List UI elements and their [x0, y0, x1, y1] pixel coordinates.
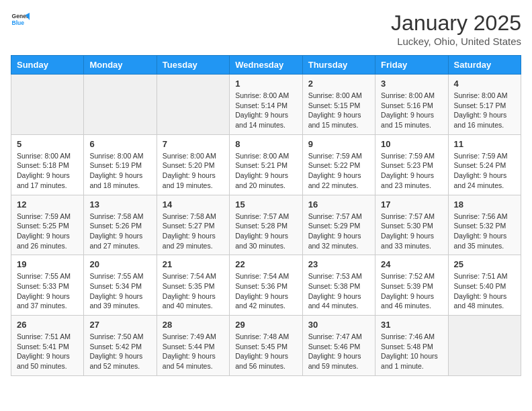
day-number: 11: [454, 139, 515, 149]
month-title: January 2025: [391, 11, 521, 36]
header-day-tuesday: Tuesday: [157, 56, 229, 75]
calendar-cell: 27Sunrise: 7:50 AMSunset: 5:42 PMDayligh…: [84, 316, 157, 376]
page-header: General Blue January 2025 Luckey, Ohio, …: [11, 11, 521, 47]
day-info: Sunrise: 7:46 AMSunset: 5:48 PMDaylight:…: [381, 332, 442, 371]
calendar-cell: 11Sunrise: 7:59 AMSunset: 5:24 PMDayligh…: [448, 134, 521, 195]
day-number: 15: [235, 199, 296, 210]
calendar-cell: 21Sunrise: 7:54 AMSunset: 5:35 PMDayligh…: [157, 255, 229, 316]
calendar-cell: 24Sunrise: 7:52 AMSunset: 5:39 PMDayligh…: [375, 255, 448, 316]
calendar-cell: [448, 316, 521, 376]
day-number: 16: [308, 199, 369, 210]
day-info: Sunrise: 7:57 AMSunset: 5:28 PMDaylight:…: [235, 212, 296, 251]
calendar-cell: 17Sunrise: 7:57 AMSunset: 5:30 PMDayligh…: [375, 195, 448, 255]
week-row-1: 1Sunrise: 8:00 AMSunset: 5:14 PMDaylight…: [11, 75, 521, 135]
day-number: 26: [17, 320, 78, 330]
day-info: Sunrise: 7:59 AMSunset: 5:25 PMDaylight:…: [17, 212, 78, 251]
calendar-cell: [157, 75, 229, 135]
header-row: SundayMondayTuesdayWednesdayThursdayFrid…: [11, 56, 521, 75]
calendar-cell: 31Sunrise: 7:46 AMSunset: 5:48 PMDayligh…: [375, 316, 448, 376]
calendar-cell: 6Sunrise: 8:00 AMSunset: 5:19 PMDaylight…: [84, 134, 157, 195]
calendar-cell: 28Sunrise: 7:49 AMSunset: 5:44 PMDayligh…: [157, 316, 229, 376]
day-number: 13: [89, 199, 150, 210]
day-info: Sunrise: 7:47 AMSunset: 5:46 PMDaylight:…: [308, 332, 369, 371]
day-number: 18: [454, 199, 515, 210]
calendar-cell: 2Sunrise: 8:00 AMSunset: 5:15 PMDaylight…: [302, 75, 375, 135]
calendar-cell: 7Sunrise: 8:00 AMSunset: 5:20 PMDaylight…: [157, 134, 229, 195]
calendar-cell: 4Sunrise: 8:00 AMSunset: 5:17 PMDaylight…: [448, 75, 521, 135]
day-info: Sunrise: 8:00 AMSunset: 5:21 PMDaylight:…: [235, 151, 296, 191]
day-info: Sunrise: 7:51 AMSunset: 5:40 PMDaylight:…: [454, 271, 515, 311]
day-info: Sunrise: 7:54 AMSunset: 5:36 PMDaylight:…: [235, 271, 296, 311]
day-number: 9: [308, 139, 369, 149]
day-info: Sunrise: 8:00 AMSunset: 5:20 PMDaylight:…: [163, 151, 224, 191]
day-number: 28: [163, 320, 224, 330]
day-number: 31: [381, 320, 442, 330]
day-number: 8: [235, 139, 296, 149]
day-number: 24: [381, 259, 442, 269]
day-info: Sunrise: 7:53 AMSunset: 5:38 PMDaylight:…: [308, 271, 369, 311]
day-info: Sunrise: 7:49 AMSunset: 5:44 PMDaylight:…: [163, 332, 224, 371]
calendar-cell: 5Sunrise: 8:00 AMSunset: 5:18 PMDaylight…: [11, 134, 84, 195]
calendar-cell: 15Sunrise: 7:57 AMSunset: 5:28 PMDayligh…: [230, 195, 302, 255]
day-number: 29: [235, 320, 296, 330]
day-info: Sunrise: 7:58 AMSunset: 5:27 PMDaylight:…: [163, 212, 224, 251]
day-number: 2: [308, 79, 369, 89]
calendar-cell: 18Sunrise: 7:56 AMSunset: 5:32 PMDayligh…: [448, 195, 521, 255]
day-number: 30: [308, 320, 369, 330]
day-number: 20: [89, 259, 150, 269]
day-number: 5: [17, 139, 78, 149]
svg-text:Blue: Blue: [12, 19, 25, 26]
day-info: Sunrise: 8:00 AMSunset: 5:19 PMDaylight:…: [89, 151, 150, 191]
day-info: Sunrise: 7:58 AMSunset: 5:26 PMDaylight:…: [89, 212, 150, 251]
day-number: 14: [163, 199, 224, 210]
day-number: 22: [235, 259, 296, 269]
day-number: 19: [17, 259, 78, 269]
calendar-cell: 29Sunrise: 7:48 AMSunset: 5:45 PMDayligh…: [230, 316, 302, 376]
day-info: Sunrise: 8:00 AMSunset: 5:16 PMDaylight:…: [381, 91, 442, 130]
day-info: Sunrise: 7:51 AMSunset: 5:41 PMDaylight:…: [17, 332, 78, 371]
week-row-3: 12Sunrise: 7:59 AMSunset: 5:25 PMDayligh…: [11, 195, 521, 255]
header-day-saturday: Saturday: [448, 56, 521, 75]
day-info: Sunrise: 8:00 AMSunset: 5:14 PMDaylight:…: [235, 91, 296, 130]
day-number: 4: [454, 79, 515, 89]
calendar-cell: 13Sunrise: 7:58 AMSunset: 5:26 PMDayligh…: [84, 195, 157, 255]
calendar-cell: 1Sunrise: 8:00 AMSunset: 5:14 PMDaylight…: [230, 75, 302, 135]
day-number: 27: [89, 320, 150, 330]
header-day-sunday: Sunday: [11, 56, 84, 75]
calendar-cell: 26Sunrise: 7:51 AMSunset: 5:41 PMDayligh…: [11, 316, 84, 376]
day-info: Sunrise: 8:00 AMSunset: 5:18 PMDaylight:…: [17, 151, 78, 191]
calendar-cell: 9Sunrise: 7:59 AMSunset: 5:22 PMDaylight…: [302, 134, 375, 195]
day-number: 25: [454, 259, 515, 269]
week-row-2: 5Sunrise: 8:00 AMSunset: 5:18 PMDaylight…: [11, 134, 521, 195]
calendar-cell: 19Sunrise: 7:55 AMSunset: 5:33 PMDayligh…: [11, 255, 84, 316]
calendar-cell: 16Sunrise: 7:57 AMSunset: 5:29 PMDayligh…: [302, 195, 375, 255]
calendar-cell: [11, 75, 84, 135]
day-info: Sunrise: 7:59 AMSunset: 5:22 PMDaylight:…: [308, 151, 369, 191]
calendar-cell: [84, 75, 157, 135]
day-info: Sunrise: 7:59 AMSunset: 5:23 PMDaylight:…: [381, 151, 442, 191]
day-info: Sunrise: 7:52 AMSunset: 5:39 PMDaylight:…: [381, 271, 442, 311]
logo: General Blue: [11, 11, 30, 30]
header-day-friday: Friday: [375, 56, 448, 75]
day-info: Sunrise: 7:57 AMSunset: 5:29 PMDaylight:…: [308, 212, 369, 251]
calendar-cell: 3Sunrise: 8:00 AMSunset: 5:16 PMDaylight…: [375, 75, 448, 135]
calendar-table: SundayMondayTuesdayWednesdayThursdayFrid…: [11, 55, 521, 376]
day-number: 17: [381, 199, 442, 210]
calendar-body: 1Sunrise: 8:00 AMSunset: 5:14 PMDaylight…: [11, 75, 521, 376]
day-info: Sunrise: 7:56 AMSunset: 5:32 PMDaylight:…: [454, 212, 515, 251]
calendar-cell: 23Sunrise: 7:53 AMSunset: 5:38 PMDayligh…: [302, 255, 375, 316]
calendar-header: SundayMondayTuesdayWednesdayThursdayFrid…: [11, 56, 521, 75]
header-day-monday: Monday: [84, 56, 157, 75]
calendar-cell: 20Sunrise: 7:55 AMSunset: 5:34 PMDayligh…: [84, 255, 157, 316]
week-row-4: 19Sunrise: 7:55 AMSunset: 5:33 PMDayligh…: [11, 255, 521, 316]
calendar-cell: 12Sunrise: 7:59 AMSunset: 5:25 PMDayligh…: [11, 195, 84, 255]
calendar-cell: 8Sunrise: 8:00 AMSunset: 5:21 PMDaylight…: [230, 134, 302, 195]
day-info: Sunrise: 7:55 AMSunset: 5:33 PMDaylight:…: [17, 271, 78, 311]
day-number: 10: [381, 139, 442, 149]
calendar-cell: 22Sunrise: 7:54 AMSunset: 5:36 PMDayligh…: [230, 255, 302, 316]
day-number: 7: [163, 139, 224, 149]
calendar-cell: 14Sunrise: 7:58 AMSunset: 5:27 PMDayligh…: [157, 195, 229, 255]
day-number: 1: [235, 79, 296, 89]
day-info: Sunrise: 8:00 AMSunset: 5:15 PMDaylight:…: [308, 91, 369, 130]
header-day-wednesday: Wednesday: [230, 56, 302, 75]
